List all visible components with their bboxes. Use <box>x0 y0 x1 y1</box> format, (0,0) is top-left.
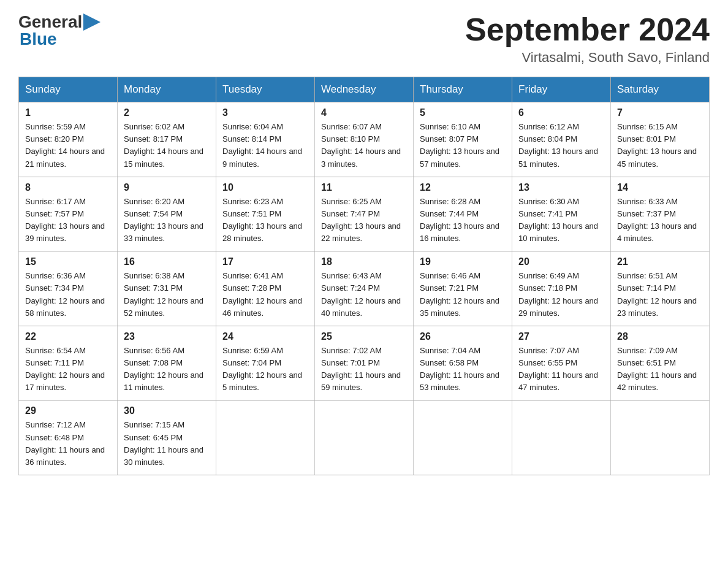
calendar-cell: 5 Sunrise: 6:10 AMSunset: 8:07 PMDayligh… <box>414 102 512 177</box>
day-number: 20 <box>518 256 604 267</box>
day-number: 9 <box>124 182 210 193</box>
day-info: Sunrise: 6:25 AMSunset: 7:47 PMDaylight:… <box>321 197 401 243</box>
day-number: 25 <box>321 331 407 342</box>
calendar-cell: 14 Sunrise: 6:33 AMSunset: 7:37 PMDaylig… <box>611 177 710 251</box>
day-number: 24 <box>222 331 308 342</box>
day-number: 3 <box>222 107 308 118</box>
day-number: 18 <box>321 256 407 267</box>
calendar-cell: 12 Sunrise: 6:28 AMSunset: 7:44 PMDaylig… <box>414 177 512 251</box>
day-info: Sunrise: 7:15 AMSunset: 6:45 PMDaylight:… <box>124 420 203 466</box>
day-info: Sunrise: 5:59 AMSunset: 8:20 PMDaylight:… <box>25 122 105 168</box>
day-number: 15 <box>25 256 111 267</box>
day-info: Sunrise: 6:54 AMSunset: 7:11 PMDaylight:… <box>25 346 105 392</box>
day-number: 1 <box>25 107 111 118</box>
day-info: Sunrise: 6:30 AMSunset: 7:41 PMDaylight:… <box>518 197 598 243</box>
day-number: 5 <box>420 107 506 118</box>
calendar-cell: 27 Sunrise: 7:07 AMSunset: 6:55 PMDaylig… <box>512 326 611 400</box>
calendar-cell <box>315 400 414 475</box>
day-info: Sunrise: 6:15 AMSunset: 8:01 PMDaylight:… <box>617 122 697 168</box>
day-info: Sunrise: 6:56 AMSunset: 7:08 PMDaylight:… <box>124 346 203 392</box>
calendar-cell: 28 Sunrise: 7:09 AMSunset: 6:51 PMDaylig… <box>611 326 710 400</box>
calendar-cell: 29 Sunrise: 7:12 AMSunset: 6:48 PMDaylig… <box>19 400 118 475</box>
calendar-cell <box>216 400 315 475</box>
day-number: 22 <box>25 331 111 342</box>
day-number: 12 <box>420 182 506 193</box>
weekday-header-wednesday: Wednesday <box>315 77 414 102</box>
calendar-cell: 4 Sunrise: 6:07 AMSunset: 8:10 PMDayligh… <box>315 102 414 177</box>
weekday-header-friday: Friday <box>512 77 611 102</box>
day-info: Sunrise: 6:04 AMSunset: 8:14 PMDaylight:… <box>222 122 302 168</box>
day-number: 8 <box>25 182 111 193</box>
calendar-cell <box>611 400 710 475</box>
day-number: 10 <box>222 182 308 193</box>
calendar-cell <box>414 400 512 475</box>
day-number: 11 <box>321 182 407 193</box>
day-info: Sunrise: 6:20 AMSunset: 7:54 PMDaylight:… <box>124 197 203 243</box>
calendar-cell: 21 Sunrise: 6:51 AMSunset: 7:14 PMDaylig… <box>611 251 710 326</box>
calendar-cell: 26 Sunrise: 7:04 AMSunset: 6:58 PMDaylig… <box>414 326 512 400</box>
calendar-cell: 3 Sunrise: 6:04 AMSunset: 8:14 PMDayligh… <box>216 102 315 177</box>
calendar-cell: 16 Sunrise: 6:38 AMSunset: 7:31 PMDaylig… <box>118 251 216 326</box>
day-info: Sunrise: 6:07 AMSunset: 8:10 PMDaylight:… <box>321 122 401 168</box>
day-number: 13 <box>518 182 604 193</box>
location-subtitle: Virtasalmi, South Savo, Finland <box>465 50 710 66</box>
calendar-week-row: 22 Sunrise: 6:54 AMSunset: 7:11 PMDaylig… <box>19 326 710 400</box>
logo: General Blue <box>18 12 100 49</box>
day-info: Sunrise: 6:23 AMSunset: 7:51 PMDaylight:… <box>222 197 302 243</box>
day-number: 7 <box>617 107 703 118</box>
calendar-cell: 2 Sunrise: 6:02 AMSunset: 8:17 PMDayligh… <box>118 102 216 177</box>
weekday-header-thursday: Thursday <box>414 77 512 102</box>
calendar-week-row: 1 Sunrise: 5:59 AMSunset: 8:20 PMDayligh… <box>19 102 710 177</box>
weekday-header-sunday: Sunday <box>19 77 118 102</box>
day-number: 27 <box>518 331 604 342</box>
day-number: 19 <box>420 256 506 267</box>
svg-marker-0 <box>83 13 100 31</box>
title-section: September 2024 Virtasalmi, South Savo, F… <box>465 12 710 66</box>
day-info: Sunrise: 7:12 AMSunset: 6:48 PMDaylight:… <box>25 420 105 466</box>
day-info: Sunrise: 7:02 AMSunset: 7:01 PMDaylight:… <box>321 346 401 392</box>
calendar-cell: 24 Sunrise: 6:59 AMSunset: 7:04 PMDaylig… <box>216 326 315 400</box>
day-number: 23 <box>124 331 210 342</box>
calendar-cell: 10 Sunrise: 6:23 AMSunset: 7:51 PMDaylig… <box>216 177 315 251</box>
day-info: Sunrise: 6:17 AMSunset: 7:57 PMDaylight:… <box>25 197 105 243</box>
day-info: Sunrise: 6:10 AMSunset: 8:07 PMDaylight:… <box>420 122 499 168</box>
day-info: Sunrise: 7:04 AMSunset: 6:58 PMDaylight:… <box>420 346 499 392</box>
calendar-week-row: 15 Sunrise: 6:36 AMSunset: 7:34 PMDaylig… <box>19 251 710 326</box>
logo-icon <box>83 13 100 31</box>
day-info: Sunrise: 6:02 AMSunset: 8:17 PMDaylight:… <box>124 122 203 168</box>
calendar-table: SundayMondayTuesdayWednesdayThursdayFrid… <box>18 77 710 475</box>
weekday-header-saturday: Saturday <box>611 77 710 102</box>
calendar-week-row: 8 Sunrise: 6:17 AMSunset: 7:57 PMDayligh… <box>19 177 710 251</box>
calendar-cell: 11 Sunrise: 6:25 AMSunset: 7:47 PMDaylig… <box>315 177 414 251</box>
day-number: 4 <box>321 107 407 118</box>
day-info: Sunrise: 7:07 AMSunset: 6:55 PMDaylight:… <box>518 346 598 392</box>
day-number: 28 <box>617 331 703 342</box>
calendar-cell: 23 Sunrise: 6:56 AMSunset: 7:08 PMDaylig… <box>118 326 216 400</box>
day-info: Sunrise: 7:09 AMSunset: 6:51 PMDaylight:… <box>617 346 697 392</box>
day-info: Sunrise: 6:51 AMSunset: 7:14 PMDaylight:… <box>617 271 697 317</box>
day-number: 30 <box>124 405 210 416</box>
day-info: Sunrise: 6:41 AMSunset: 7:28 PMDaylight:… <box>222 271 302 317</box>
day-number: 29 <box>25 405 111 416</box>
day-number: 14 <box>617 182 703 193</box>
calendar-cell: 22 Sunrise: 6:54 AMSunset: 7:11 PMDaylig… <box>19 326 118 400</box>
calendar-cell: 30 Sunrise: 7:15 AMSunset: 6:45 PMDaylig… <box>118 400 216 475</box>
logo-blue-text: Blue <box>20 29 57 49</box>
calendar-cell <box>512 400 611 475</box>
day-number: 17 <box>222 256 308 267</box>
calendar-cell: 13 Sunrise: 6:30 AMSunset: 7:41 PMDaylig… <box>512 177 611 251</box>
calendar-week-row: 29 Sunrise: 7:12 AMSunset: 6:48 PMDaylig… <box>19 400 710 475</box>
weekday-header-monday: Monday <box>118 77 216 102</box>
calendar-header-row: SundayMondayTuesdayWednesdayThursdayFrid… <box>19 77 710 102</box>
day-info: Sunrise: 6:59 AMSunset: 7:04 PMDaylight:… <box>222 346 302 392</box>
weekday-header-tuesday: Tuesday <box>216 77 315 102</box>
calendar-cell: 8 Sunrise: 6:17 AMSunset: 7:57 PMDayligh… <box>19 177 118 251</box>
day-info: Sunrise: 6:38 AMSunset: 7:31 PMDaylight:… <box>124 271 203 317</box>
day-info: Sunrise: 6:28 AMSunset: 7:44 PMDaylight:… <box>420 197 499 243</box>
calendar-cell: 18 Sunrise: 6:43 AMSunset: 7:24 PMDaylig… <box>315 251 414 326</box>
calendar-cell: 15 Sunrise: 6:36 AMSunset: 7:34 PMDaylig… <box>19 251 118 326</box>
month-title: September 2024 <box>465 12 710 47</box>
day-info: Sunrise: 6:49 AMSunset: 7:18 PMDaylight:… <box>518 271 598 317</box>
day-number: 6 <box>518 107 604 118</box>
calendar-cell: 17 Sunrise: 6:41 AMSunset: 7:28 PMDaylig… <box>216 251 315 326</box>
